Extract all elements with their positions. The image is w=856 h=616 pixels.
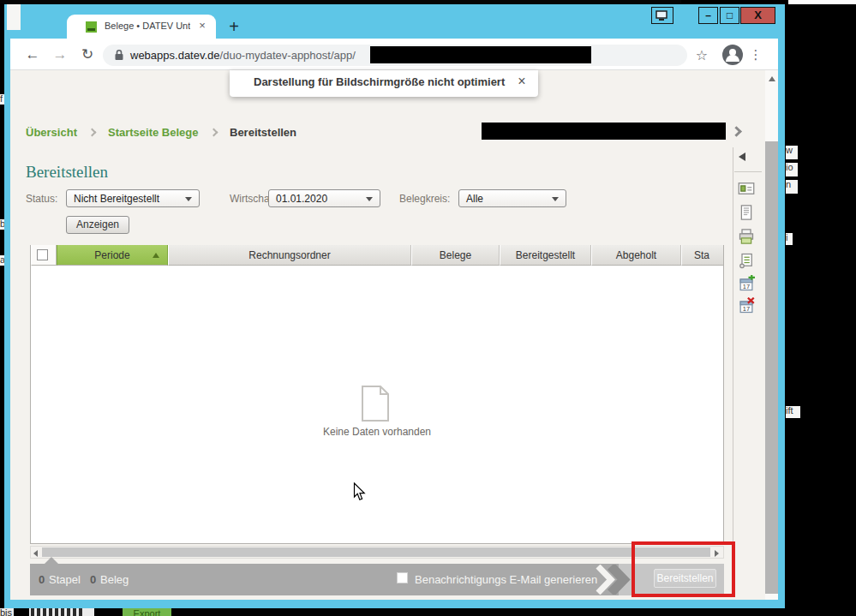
anzeigen-button[interactable]: Anzeigen <box>66 216 129 234</box>
chevron-down-icon <box>366 197 373 201</box>
belegkreis-value: Alle <box>466 193 483 205</box>
calendar-add-icon[interactable]: 17 <box>738 275 755 292</box>
datev-favicon-icon <box>86 21 97 33</box>
stapel-label: Stapel <box>49 573 81 586</box>
belegkreis-dropdown[interactable]: Alle <box>458 189 566 207</box>
beleg-label: Beleg <box>100 573 129 586</box>
protocol-icon[interactable] <box>738 252 755 269</box>
top-black-strip <box>0 0 681 3</box>
sort-ascending-icon <box>153 253 159 258</box>
document-icon[interactable] <box>738 204 755 221</box>
edge-fragment: a <box>0 255 4 266</box>
column-label: Periode <box>94 249 129 261</box>
scroll-left-arrow-icon[interactable] <box>33 550 38 557</box>
wirtschaftsjahr-value: 01.01.2020 <box>276 193 327 205</box>
status-value: Nicht Bereitgestellt <box>74 193 159 205</box>
edge-fragment: i <box>786 233 793 245</box>
screenshot-root: Belege • DATEV Unternehmen on × + – □ X … <box>0 0 856 616</box>
edge-fragment: io <box>786 163 798 176</box>
email-notification-label: Benachrichtigungs E-Mail generieren <box>415 573 597 586</box>
column-header-status-clipped[interactable]: Sta <box>681 245 723 266</box>
breadcrumb-redaction-bar <box>482 123 726 140</box>
breadcrumb-startseite-belege[interactable]: Startseite Belege <box>108 126 199 140</box>
scroll-up-arrow-icon[interactable] <box>769 76 775 81</box>
remote-monitor-button[interactable] <box>651 7 673 24</box>
new-tab-button[interactable]: + <box>225 17 242 36</box>
edge-fragment: w <box>786 146 798 159</box>
browser-menu-icon[interactable]: ⋮ <box>749 45 763 64</box>
footer-notch <box>45 557 58 564</box>
export-button-sliver: Export <box>123 608 171 616</box>
url-path: /duo-mydatev-apphost/app/ <box>220 49 356 62</box>
belegkreis-label: Belegkreis: <box>399 193 450 205</box>
svg-text:17: 17 <box>743 305 750 313</box>
url-text: webapps.datev.de/duo-mydatev-apphost/app… <box>130 48 356 63</box>
top-right-sliver <box>788 0 856 4</box>
reload-button[interactable]: ↻ <box>77 45 98 65</box>
column-header-bereitgestellt[interactable]: Bereitgestellt <box>500 245 591 266</box>
horizontal-scrollbar-thumb[interactable] <box>42 547 710 557</box>
empty-state-text: Keine Daten vorhanden <box>30 426 724 438</box>
sidebar-divider <box>733 147 733 544</box>
edge-fragment: ift <box>786 406 800 418</box>
sidebar-separator <box>734 171 762 172</box>
collapse-panel-icon[interactable] <box>739 153 745 161</box>
vertical-scrollbar-thumb[interactable] <box>765 141 778 594</box>
select-all-checkbox[interactable] <box>37 249 48 260</box>
edge-fragment: b <box>0 219 4 230</box>
red-highlight-annotation <box>632 541 735 597</box>
column-label: Abgeholt <box>616 249 656 261</box>
lock-icon <box>114 49 124 62</box>
toast-close-icon[interactable]: × <box>514 74 530 89</box>
column-header-periode[interactable]: Periode <box>57 245 168 266</box>
status-label: Status: <box>26 193 57 205</box>
contact-card-icon[interactable] <box>738 180 755 197</box>
svg-text:17: 17 <box>743 283 750 290</box>
tab-close-icon[interactable]: × <box>195 19 209 33</box>
maximize-button[interactable]: □ <box>720 7 739 24</box>
column-label: Belege <box>440 249 471 261</box>
breadcrumb-uebersicht[interactable]: Übersicht <box>26 126 77 140</box>
empty-document-icon <box>360 385 391 422</box>
column-header-belege[interactable]: Belege <box>411 245 500 266</box>
mouse-cursor-icon <box>353 482 366 501</box>
top-left-sliver <box>7 4 21 30</box>
url-redaction-bar <box>370 46 591 63</box>
column-label: Sta <box>694 249 709 261</box>
wirtschaftsjahr-dropdown[interactable]: 01.01.2020 <box>268 189 380 207</box>
forward-button[interactable]: → <box>50 45 70 65</box>
tab-title: Belege • DATEV Unternehmen on <box>105 21 190 33</box>
edge-fragment: n <box>786 180 798 194</box>
chevron-down-icon <box>185 197 192 201</box>
monitor-icon <box>655 10 669 21</box>
toast-text: Darstellung für Bildschirmgröße nicht op… <box>254 75 505 88</box>
close-window-button[interactable]: X <box>740 7 775 24</box>
column-label: Rechnungsordner <box>248 249 330 261</box>
stapel-count: 0 <box>39 573 45 586</box>
print-icon[interactable] <box>738 228 755 245</box>
url-domain: webapps.datev.de <box>130 49 220 62</box>
breadcrumb-current: Bereitstellen <box>230 126 296 140</box>
bottom-redaction-bar <box>14 608 29 616</box>
email-notification-checkbox[interactable] <box>397 572 408 583</box>
column-header-abgeholt[interactable]: Abgeholt <box>591 245 681 266</box>
beleg-count: 0 <box>90 573 96 586</box>
bookmark-star-icon[interactable]: ☆ <box>692 46 711 65</box>
profile-avatar[interactable] <box>721 44 744 66</box>
page-title: Bereitstellen <box>26 163 108 182</box>
calendar-remove-icon[interactable]: 17 <box>738 297 755 314</box>
edge-fragment: f <box>0 94 4 105</box>
back-button[interactable]: ← <box>22 45 43 65</box>
column-label: Bereitgestellt <box>516 249 575 261</box>
bottom-illegible-text <box>31 608 84 616</box>
column-header-rechnungsordner[interactable]: Rechnungsordner <box>168 245 411 266</box>
chevron-down-icon <box>552 197 559 201</box>
minimize-button[interactable]: – <box>698 7 718 24</box>
status-dropdown[interactable]: Nicht Bereitgestellt <box>66 189 200 207</box>
